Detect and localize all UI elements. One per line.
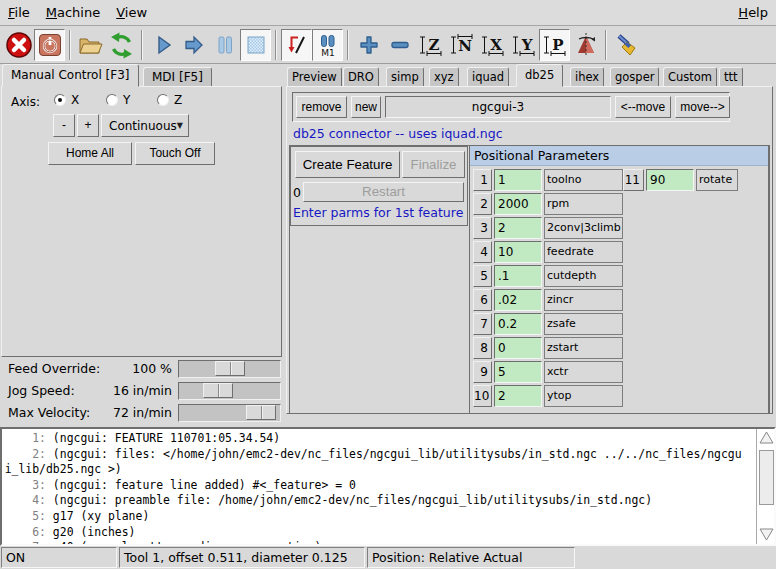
rotate-button[interactable] (570, 29, 601, 61)
positional-parameters-table: Positional Parameters 1 1 toolno 11 90 r… (469, 145, 769, 414)
jog-plus-button[interactable]: + (77, 114, 99, 137)
create-feature-button[interactable]: Create Feature (295, 151, 400, 178)
tab-xyz[interactable]: xyz (429, 67, 459, 87)
right-pane: Preview DRO simp xyz iquad db25 ihex gos… (285, 64, 776, 427)
svg-text:N: N (458, 37, 472, 55)
axis-radio-x[interactable]: X (54, 93, 79, 107)
svg-text:Y: Y (520, 36, 532, 54)
finalize-button[interactable]: Finalize (402, 151, 465, 178)
pause-button[interactable] (209, 29, 240, 61)
max-velocity-slider[interactable] (178, 404, 281, 422)
zoom-in-icon (357, 33, 381, 57)
axis-radio-z[interactable]: Z (157, 93, 182, 107)
view-z2-icon: N (449, 32, 475, 58)
feed-override-slider[interactable] (178, 360, 281, 378)
param-num: 3 (473, 217, 492, 239)
jog-minus-button[interactable]: - (53, 114, 75, 137)
param-entry[interactable]: 2 (494, 217, 542, 239)
log-scrollbar[interactable] (756, 429, 775, 544)
view-p-button[interactable]: P (539, 29, 570, 61)
touch-off-button[interactable]: Touch Off (135, 142, 215, 165)
ngcgui-name-entry[interactable]: ngcgui-3 (385, 96, 611, 118)
optional-stop-button[interactable]: M1 (312, 29, 343, 61)
param-entry[interactable]: 0 (494, 337, 542, 359)
clear-plot-button[interactable] (611, 29, 642, 61)
param-num: 10 (473, 385, 492, 407)
param-entry[interactable]: 0.2 (494, 313, 542, 335)
param-entry[interactable]: 2 (494, 385, 542, 407)
param-entry[interactable]: 10 (494, 241, 542, 263)
open-file-button[interactable] (75, 29, 106, 61)
menu-help[interactable]: Help (730, 1, 776, 25)
toolbar-separator (141, 30, 143, 60)
axis-x-label: X (71, 93, 79, 107)
param-entry[interactable]: .1 (494, 265, 542, 287)
max-velocity-row: Max Velocity: 72 in/min (0, 403, 285, 424)
tab-db25[interactable]: db25 (516, 64, 563, 87)
param-num: 1 (473, 169, 492, 191)
tab-gosper[interactable]: gosper (610, 67, 659, 87)
jog-speed-row: Jog Speed: 16 in/min (0, 381, 285, 402)
menu-file[interactable]: File (0, 1, 38, 25)
view-z2-button[interactable]: N (446, 29, 477, 61)
log-scrollbar-thumb[interactable] (759, 450, 774, 505)
log-text-area[interactable]: 1: (ngcgui: FEATURE 110701:05.34.54) 2: … (0, 427, 776, 546)
menu-machine[interactable]: Machine (38, 1, 108, 25)
scroll-up-icon[interactable] (758, 430, 775, 445)
stop-button[interactable] (240, 29, 271, 61)
log-line: 6: g20 (inches) (2, 524, 681, 540)
param-label: xctr (544, 361, 623, 383)
step-button[interactable] (178, 29, 209, 61)
param-label: zstart (544, 337, 623, 359)
param-entry[interactable]: 5 (494, 361, 542, 383)
param-entry[interactable]: 2000 (494, 193, 542, 215)
tab-manual-control[interactable]: Manual Control [F3] (2, 64, 139, 87)
menu-view[interactable]: View (108, 1, 155, 25)
log-line: i_lib/db25.ngc >) (2, 461, 681, 477)
max-velocity-handle[interactable] (246, 405, 276, 420)
feed-override-handle[interactable] (215, 361, 245, 376)
tab-ihex[interactable]: ihex (570, 67, 604, 87)
toolbar-separator (347, 30, 349, 60)
move-left-button[interactable]: <--move (615, 96, 671, 118)
svg-text:M1: M1 (321, 48, 335, 58)
estop-button[interactable] (3, 29, 34, 61)
tab-iquad[interactable]: iquad (467, 67, 509, 87)
tab-simp[interactable]: simp (386, 67, 424, 87)
svg-text:P: P (552, 36, 563, 54)
new-button[interactable]: new (351, 96, 381, 118)
tab-preview[interactable]: Preview (287, 67, 342, 87)
restart-button[interactable]: Restart (303, 182, 464, 202)
axis-radio-y[interactable]: Y (106, 93, 130, 107)
view-y-button[interactable]: Y (508, 29, 539, 61)
machine-power-icon (37, 32, 63, 58)
view-z-button[interactable]: Z (415, 29, 446, 61)
feature-count: 0 (293, 185, 301, 200)
param-entry[interactable]: .02 (494, 289, 542, 311)
tab-mdi[interactable]: MDI [F5] (143, 67, 212, 87)
reload-button[interactable] (106, 29, 137, 61)
log-line: 2: (ngcgui: files: </home/john/emc2-dev/… (2, 446, 681, 462)
run-button[interactable] (147, 29, 178, 61)
view-x-button[interactable]: X (477, 29, 508, 61)
param-num: 5 (473, 265, 492, 287)
tab-dro[interactable]: DRO (343, 67, 379, 87)
jog-mode-dropdown[interactable]: Continuous ▼ (101, 114, 189, 137)
home-all-button[interactable]: Home All (48, 142, 132, 165)
param-entry[interactable]: 1 (494, 169, 542, 191)
tab-ttt[interactable]: ttt (719, 67, 743, 87)
pause-icon (213, 33, 237, 57)
move-right-button[interactable]: move--> (675, 96, 730, 118)
tab-custom[interactable]: Custom (663, 67, 717, 87)
param-entry[interactable]: 90 (646, 169, 694, 191)
machine-power-button[interactable] (34, 29, 65, 61)
remove-button[interactable]: remove (296, 96, 347, 118)
zoom-in-button[interactable] (353, 29, 384, 61)
skip-lines-button[interactable] (281, 29, 312, 61)
param-label: rotate (696, 169, 738, 191)
scroll-down-icon[interactable] (758, 527, 775, 542)
param-label: feedrate (544, 241, 623, 263)
jog-speed-handle[interactable] (203, 383, 233, 398)
zoom-out-button[interactable] (384, 29, 415, 61)
jog-speed-slider[interactable] (178, 382, 281, 400)
